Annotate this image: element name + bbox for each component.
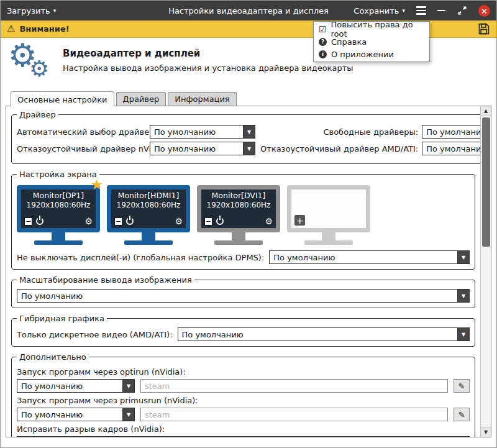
power-toggle-button[interactable] <box>36 217 43 225</box>
auto-driver-select[interactable]: По умолчанию ▼ <box>150 125 255 139</box>
scrollbar-thumb[interactable] <box>482 117 490 247</box>
monitor-frame: Monitor[DP1] 1920x1080:60Hz − ⚙ <box>17 185 100 232</box>
select-value: По умолчанию <box>17 408 122 421</box>
dpms-label: Не выключать дисплей(-и) (глобальная нас… <box>17 253 264 262</box>
monitor-stand <box>142 232 155 240</box>
menu-item-elevate-root[interactable]: ☑ Повысить права до root <box>314 23 429 35</box>
scrollable-content: Драйвер Автоматический выбор драйвера: П… <box>6 106 480 437</box>
scaling-select[interactable]: По умолчанию ▼ <box>17 289 470 303</box>
remove-monitor-button[interactable]: − <box>204 217 212 226</box>
primusrun-edit-button[interactable]: ✎ <box>454 408 470 421</box>
primusrun-select[interactable]: По умолчанию ▼ <box>17 408 135 421</box>
hybrid-legend: Гибридная графика <box>17 314 107 323</box>
monitor-hdmi1[interactable]: Monitor[HDMI1] 1920x1080:60Hz − ⚙ <box>107 185 190 245</box>
minimize-button[interactable] <box>437 10 446 12</box>
save-button[interactable]: Сохранить ▾ <box>353 6 405 16</box>
monitor-settings-button[interactable]: ⚙ <box>265 217 273 226</box>
chevron-down-icon: ▾ <box>53 8 57 14</box>
failsafe-nvidia-select[interactable]: По умолчанию ▼ <box>150 142 255 155</box>
hybrid-section: Гибридная графика Только дискретное виде… <box>11 314 475 347</box>
monitor-dvi1[interactable]: Monitor[DVI1] 1920x1080:60Hz − ⚙ <box>197 185 280 245</box>
optirun-label: Запуск программ через optirun (nVidia): <box>17 367 470 377</box>
monitor-name: Monitor[DP1] <box>21 191 96 200</box>
primusrun-command-input[interactable] <box>140 408 448 421</box>
optirun-edit-button[interactable]: ✎ <box>454 379 470 393</box>
maximize-button[interactable] <box>457 6 467 16</box>
chevron-down-icon: ▼ <box>122 380 134 392</box>
remove-monitor-button[interactable]: − <box>114 217 122 226</box>
power-toggle-button[interactable] <box>126 217 134 225</box>
gears-app-icon: ⚙ ⚙ <box>8 45 52 85</box>
monitor-stand-base <box>304 240 353 245</box>
optirun-select[interactable]: По умолчанию ▼ <box>17 379 135 393</box>
load-button-label: Загрузить <box>7 6 50 16</box>
tab-main-settings[interactable]: Основные настройки <box>11 91 114 106</box>
failsafe-nvidia-label: Отказоустойчивый драйвер nVidia: <box>17 144 146 153</box>
auto-driver-label: Автоматический выбор драйвера: <box>17 127 146 137</box>
save-dropdown-menu: ☑ Повысить права до root ? Справка i О п… <box>313 21 430 62</box>
monitor-resolution: 1920x1080:60Hz <box>111 201 186 209</box>
close-button[interactable]: × <box>478 5 490 17</box>
chevron-down-icon: ▼ <box>457 328 469 341</box>
remove-monitor-button[interactable]: − <box>24 217 32 226</box>
menu-item-about[interactable]: i О приложении <box>314 48 429 60</box>
monitor-stand <box>232 232 245 240</box>
dpms-select[interactable]: По умолчанию ▼ <box>269 250 470 264</box>
menu-item-label: О приложении <box>331 50 394 59</box>
chevron-down-icon: ▼ <box>122 408 134 421</box>
chevron-down-icon: ▼ <box>457 251 469 263</box>
save-to-file-button[interactable] <box>477 22 490 35</box>
driver-legend: Драйвер <box>17 110 58 119</box>
chevron-down-icon: ▼ <box>243 142 255 155</box>
app-window: Загрузить ▾ Настройки видеоадаптера и ди… <box>0 0 497 448</box>
monitor-stand-base <box>34 240 83 245</box>
monitor-settings-button[interactable]: ⚙ <box>175 217 183 226</box>
titlebar: Загрузить ▾ Настройки видеоадаптера и ди… <box>1 1 496 21</box>
menu-item-label: Повысить права до root <box>331 20 424 39</box>
chevron-down-icon: ▾ <box>402 8 405 14</box>
optirun-command-input[interactable] <box>140 379 448 393</box>
monitor-frame: + <box>287 185 370 232</box>
window-title: Настройки видеоадаптера и дисплея <box>168 6 329 16</box>
add-monitor-button[interactable]: + <box>294 215 305 226</box>
discrete-video-select[interactable]: По умолчанию ▼ <box>178 327 470 341</box>
info-icon: i <box>319 50 327 58</box>
monitor-name: Monitor[HDMI1] <box>111 191 186 200</box>
power-toggle-button[interactable] <box>216 217 224 225</box>
monitor-resolution: 1920x1080:60Hz <box>21 201 96 209</box>
monitor-dp1[interactable]: ★ Monitor[DP1] 1920x1080:60Hz − ⚙ <box>17 185 100 245</box>
monitor-empty-slot: + <box>287 185 370 245</box>
settings-panel: Драйвер Автоматический выбор драйвера: П… <box>6 106 491 437</box>
scroll-up-button[interactable]: ▲ <box>481 106 491 116</box>
page-subtitle: Настройка вывода изображения и установка… <box>63 63 353 73</box>
monitor-stand <box>322 232 335 240</box>
tearing-select[interactable]: По умолчанию ▼ <box>17 436 470 437</box>
pencil-icon: ✎ <box>458 410 465 419</box>
primusrun-label: Запуск программ через primusrun (nVidia)… <box>17 396 470 405</box>
free-drivers-select[interactable]: По умолчанию ▼ <box>422 125 480 139</box>
extra-section: Дополнительно Запуск программ через opti… <box>11 352 475 437</box>
failsafe-amd-select[interactable]: По умолчанию ▼ <box>422 142 480 155</box>
select-value: По умолчанию <box>422 142 480 155</box>
monitor-stand-base <box>214 240 263 245</box>
tab-bar: Основные настройки Драйвер Информация <box>6 91 491 106</box>
monitor-frame: Monitor[DVI1] 1920x1080:60Hz − ⚙ <box>197 185 280 232</box>
tab-information[interactable]: Информация <box>168 92 236 106</box>
screen-section: Настройка экрана ★ Monitor[DP1] 1920x108… <box>11 170 475 270</box>
warning-icon: ⚠ <box>7 24 15 34</box>
select-value: По умолчанию <box>150 142 243 155</box>
monitor-name: Monitor[DVI1] <box>201 191 276 200</box>
chevron-down-icon: ▼ <box>243 126 255 138</box>
monitor-settings-button[interactable]: ⚙ <box>84 217 93 226</box>
warning-text: Внимание! <box>19 24 69 34</box>
page-title: Видеоадаптер и дисплей <box>63 48 353 59</box>
menu-item-label: Справка <box>331 37 367 47</box>
select-value: По умолчанию <box>422 126 480 138</box>
pencil-icon: ✎ <box>458 382 465 391</box>
screen-legend: Настройка экрана <box>17 170 99 179</box>
vertical-scrollbar[interactable]: ▲ ▼ <box>480 106 491 437</box>
load-button[interactable]: Загрузить ▾ <box>7 6 56 16</box>
scroll-down-button[interactable]: ▼ <box>481 427 491 437</box>
hamburger-menu-button[interactable] <box>416 6 426 15</box>
tab-driver[interactable]: Драйвер <box>116 92 166 106</box>
